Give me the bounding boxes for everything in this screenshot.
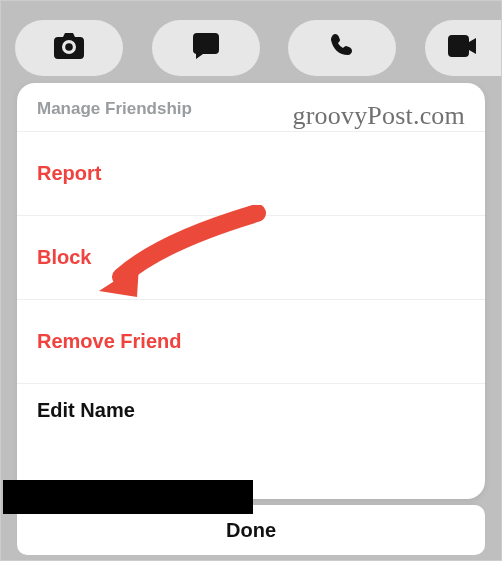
camera-button[interactable] <box>15 20 123 76</box>
chat-button[interactable] <box>152 20 260 76</box>
phone-button[interactable] <box>288 20 396 76</box>
row-label: Report <box>37 162 101 185</box>
redaction-bar <box>3 480 253 514</box>
watermark-text: groovyPost.com <box>292 101 465 131</box>
block-row[interactable]: Block <box>17 215 485 299</box>
done-label: Done <box>226 519 276 542</box>
video-icon <box>448 35 478 61</box>
row-label: Block <box>37 246 91 269</box>
edit-name-row[interactable]: Edit Name <box>17 383 485 437</box>
row-label: Remove Friend <box>37 330 181 353</box>
camera-icon <box>54 33 84 63</box>
chat-icon <box>193 33 219 63</box>
screenshot-frame: Chat Attachments Manage Friendship Repor… <box>0 0 502 561</box>
row-label: Edit Name <box>37 399 135 422</box>
video-button[interactable] <box>425 20 501 76</box>
phone-icon <box>329 33 355 63</box>
report-row[interactable]: Report <box>17 131 485 215</box>
action-toolbar <box>1 1 501 83</box>
manage-friendship-sheet: Manage Friendship Report Block Remove Fr… <box>17 83 485 499</box>
remove-friend-row[interactable]: Remove Friend <box>17 299 485 383</box>
